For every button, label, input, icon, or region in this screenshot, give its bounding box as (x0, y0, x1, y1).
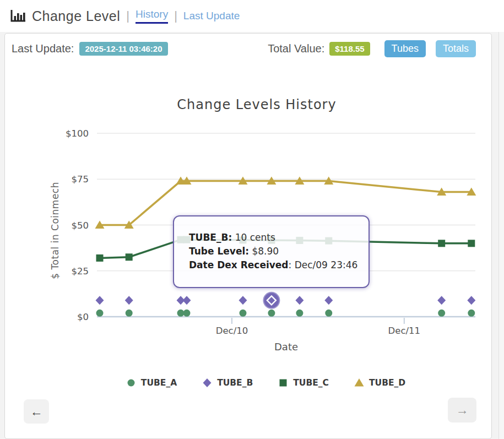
arrow-right-icon: → (456, 403, 469, 418)
diamond-marker-icon (202, 378, 212, 388)
chart-tooltip: TUBE_B: 10 cents Tube Level: $8.90 Date … (173, 215, 370, 288)
tooltip-series-row: TUBE_B: 10 cents (189, 231, 368, 245)
series-markers-TUBE_B[interactable] (96, 296, 476, 305)
svg-text:Dec/11: Dec/11 (388, 326, 420, 336)
top-navigation-bar: Change Level | History | Last Update (0, 0, 504, 32)
svg-text:$100: $100 (66, 128, 89, 139)
legend-label: TUBE_A (141, 378, 177, 388)
legend-label: TUBE_D (369, 378, 405, 388)
previous-page-button[interactable]: ← (24, 399, 49, 424)
svg-text:$75: $75 (72, 174, 89, 185)
scrollbar-track[interactable] (498, 32, 504, 439)
svg-text:$50: $50 (72, 220, 89, 231)
square-marker-icon (278, 378, 288, 388)
change-level-card: Last Update: 2025-12-11 03:46:20 Total V… (4, 33, 492, 439)
arrow-left-icon: ← (30, 404, 43, 419)
tubes-button[interactable]: Tubes (384, 40, 426, 57)
svg-text:$25: $25 (72, 266, 89, 277)
last-update-timestamp-badge: 2025-12-11 03:46:20 (79, 42, 167, 56)
svg-text:Dec/10: Dec/10 (216, 326, 248, 336)
legend-item-TUBE_A[interactable]: TUBE_A (126, 378, 177, 388)
totals-button[interactable]: Totals (436, 40, 476, 57)
highlighted-point[interactable] (263, 292, 279, 308)
last-update-label: Last Update: (12, 42, 74, 55)
chart-title: Change Levels History (22, 97, 491, 112)
bar-chart-icon (10, 9, 26, 23)
tooltip-level-row: Tube Level: $8.90 (189, 245, 368, 258)
legend-label: TUBE_B (217, 378, 253, 388)
circle-marker-icon (126, 378, 136, 388)
svg-text:Date: Date (274, 341, 298, 353)
tab-history[interactable]: History (136, 8, 168, 24)
total-value-label: Total Value: (268, 42, 324, 55)
page-title: Change Level (32, 8, 120, 24)
total-value-badge: $118.55 (329, 42, 370, 56)
info-row: Last Update: 2025-12-11 03:46:20 Total V… (12, 39, 476, 58)
svg-text:$0: $0 (77, 312, 89, 322)
triangle-marker-icon (354, 378, 364, 388)
chart-legend: TUBE_ATUBE_BTUBE_CTUBE_D (5, 378, 491, 388)
legend-item-TUBE_B[interactable]: TUBE_B (202, 378, 253, 388)
separator: | (174, 9, 177, 23)
legend-item-TUBE_C[interactable]: TUBE_C (278, 378, 329, 388)
tab-last-update[interactable]: Last Update (183, 10, 240, 22)
legend-item-TUBE_D[interactable]: TUBE_D (354, 378, 405, 388)
series-markers-TUBE_A[interactable] (96, 310, 475, 317)
tooltip-date-row: Date Dex Received: Dec/09 23:46 (189, 258, 368, 272)
legend-label: TUBE_C (293, 378, 329, 388)
separator: | (126, 9, 129, 23)
next-page-button[interactable]: → (448, 398, 476, 422)
